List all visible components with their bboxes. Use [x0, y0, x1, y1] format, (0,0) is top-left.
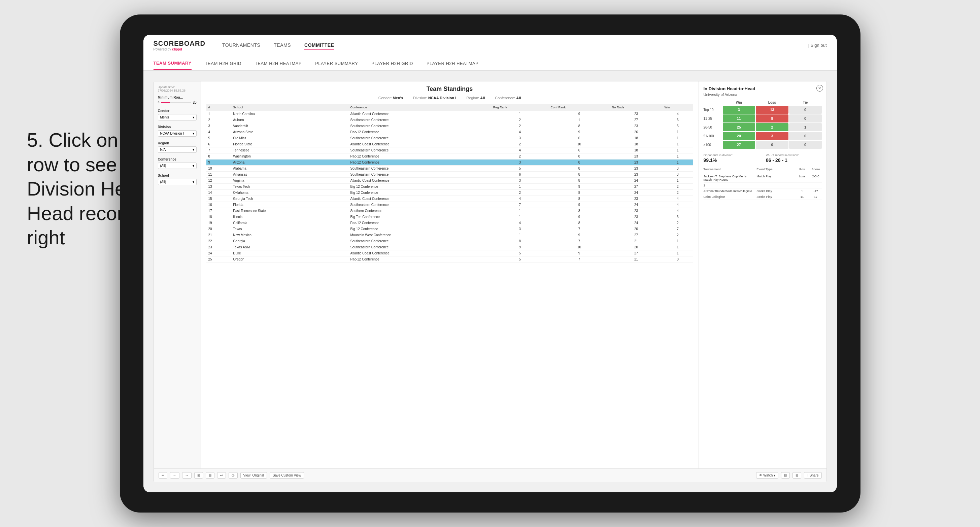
meta-division: Division: NCAA Division I	[413, 96, 456, 100]
toolbar-undo[interactable]: ↩	[159, 472, 167, 479]
cell-conference: Pac-12 Conference	[348, 256, 491, 262]
cell-school: Virginia	[231, 178, 348, 184]
nav-teams[interactable]: TEAMS	[274, 41, 291, 50]
cell-conf-rank: 8	[549, 196, 610, 202]
cell-school: Ole Miss	[231, 135, 348, 141]
subnav-player-h2h-heatmap[interactable]: PLAYER H2H HEATMAP	[426, 57, 478, 69]
cell-reg-rank: 9	[491, 244, 549, 250]
table-row[interactable]: 20 Texas Big 12 Conference 3 7 20 7	[206, 226, 693, 232]
table-row[interactable]: 17 East Tennessee State Southern Confere…	[206, 208, 693, 214]
h2h-close-button[interactable]: ✕	[816, 85, 823, 92]
subnav-player-summary[interactable]: PLAYER SUMMARY	[315, 57, 358, 69]
table-row[interactable]: 21 New Mexico Mountain West Conference 1…	[206, 232, 693, 238]
table-row[interactable]: 3 Vanderbilt Southeastern Conference 2 8…	[206, 123, 693, 129]
table-row[interactable]: 12 Virginia Atlantic Coast Conference 3 …	[206, 178, 693, 184]
filter-conference-control[interactable]: (All) ▾	[158, 162, 197, 169]
filter-division-control[interactable]: NCAA Division I ▾	[158, 130, 197, 137]
h2h-row-top10: Top 10 3 13 0	[703, 106, 822, 114]
toolbar-save-custom[interactable]: Save Custom View	[270, 472, 304, 479]
table-row[interactable]: 11 Arkansas Southeastern Conference 6 8 …	[206, 171, 693, 178]
cell-conference: Southern Conference	[348, 208, 491, 214]
subnav-team-summary[interactable]: TEAM SUMMARY	[154, 57, 192, 70]
table-row[interactable]: 22 Georgia Southeastern Conference 8 7 2…	[206, 238, 693, 244]
cell-school: New Mexico	[231, 232, 348, 238]
table-row[interactable]: 6 Florida State Atlantic Coast Conferenc…	[206, 141, 693, 148]
h2h-row-gt100: >100 27 0 0	[703, 141, 822, 149]
subnav-player-h2h-grid[interactable]: PLAYER H2H GRID	[371, 57, 413, 69]
cell-rnds: 18	[610, 135, 662, 141]
toolbar-share[interactable]: ↑ Share	[804, 472, 821, 479]
table-row[interactable]: 5 Ole Miss Southeastern Conference 3 6 1…	[206, 135, 693, 141]
h2h-title: In Division Head-to-Head	[703, 86, 822, 91]
toolbar-refresh[interactable]: ↩	[217, 472, 226, 479]
sign-out[interactable]: | Sign out	[808, 43, 827, 48]
toolbar-time[interactable]: ◷	[229, 472, 238, 479]
h2h-win-top10: 3	[723, 106, 756, 114]
cell-num: 17	[206, 208, 231, 214]
table-row[interactable]: 9 Arizona Pac-12 Conference 3 8 23 1	[206, 160, 693, 165]
table-row[interactable]: 19 California Pac-12 Conference 4 8 24 2	[206, 220, 693, 226]
col-school: School	[231, 104, 348, 111]
cell-conf-rank: 9	[549, 129, 610, 135]
cell-conference: Atlantic Coast Conference	[348, 196, 491, 202]
t-name-2: Arizona Thunderbirds Intercollegiate	[703, 189, 754, 193]
toolbar-table[interactable]: ⊞	[792, 472, 801, 479]
tournament-row-1[interactable]: Jackson T. Stephens Cup Men's Match-Play…	[703, 174, 822, 183]
table-row[interactable]: 7 Tennessee Southeastern Conference 4 6 …	[206, 148, 693, 154]
table-row[interactable]: 25 Oregon Pac-12 Conference 5 7 21 0	[206, 256, 693, 262]
toolbar-view-original[interactable]: View: Original	[240, 472, 267, 479]
cell-reg-rank: 2	[491, 117, 549, 123]
nav-committee[interactable]: COMMITTEE	[304, 41, 334, 50]
cell-conference: Southeastern Conference	[348, 165, 491, 171]
toolbar-forward[interactable]: →	[182, 472, 192, 479]
nav-tournaments[interactable]: TOURNAMENTS	[222, 41, 260, 50]
cell-conf-rank: 8	[549, 160, 610, 165]
h2h-range-gt100: >100	[703, 143, 722, 147]
cell-conference: Big 12 Conference	[348, 226, 491, 232]
table-row[interactable]: 23 Texas A&M Southeastern Conference 9 1…	[206, 244, 693, 250]
cell-school: Oregon	[231, 256, 348, 262]
toolbar-grid[interactable]: ⊡	[781, 472, 790, 479]
h2h-columns: Win Loss Tie	[703, 101, 822, 104]
table-row[interactable]: 16 Florida Southeastern Conference 7 9 2…	[206, 202, 693, 208]
cell-school: California	[231, 220, 348, 226]
h2h-win-1125: 11	[723, 114, 756, 122]
toolbar-watch[interactable]: 👁 Watch ▾	[756, 472, 779, 479]
filter-school-control[interactable]: (All) ▾	[158, 179, 197, 185]
cell-conference: Southeastern Conference	[348, 135, 491, 141]
table-row[interactable]: 1 North Carolina Atlantic Coast Conferen…	[206, 111, 693, 117]
cell-school: Florida	[231, 202, 348, 208]
filter-region: Region N/A ▾	[158, 141, 197, 153]
table-row[interactable]: 13 Texas Tech Big 12 Conference 1 9 27 2	[206, 184, 693, 190]
cell-rnds: 18	[610, 141, 662, 148]
slider-track[interactable]	[161, 102, 191, 103]
h2h-tie-gt100: 0	[789, 141, 822, 149]
cell-school: Alabama	[231, 165, 348, 171]
table-row[interactable]: 4 Arizona State Pac-12 Conference 4 9 26…	[206, 129, 693, 135]
tournament-row-2[interactable]: Arizona Thunderbirds Intercollegiate Str…	[703, 189, 822, 194]
cell-conference: Southeastern Conference	[348, 117, 491, 123]
table-row[interactable]: 14 Oklahoma Big 12 Conference 2 8 24 2	[206, 190, 693, 196]
h2h-stat-opponents: Opponents in division: 99.1%	[703, 154, 759, 163]
cell-reg-rank: 4	[491, 148, 549, 154]
subnav-team-h2h-grid[interactable]: TEAM H2H GRID	[205, 57, 241, 69]
cell-conference: Southeastern Conference	[348, 171, 491, 178]
table-row[interactable]: 15 Georgia Tech Atlantic Coast Conferenc…	[206, 196, 693, 202]
table-row[interactable]: 10 Alabama Southeastern Conference 5 8 2…	[206, 165, 693, 171]
cell-rnds: 24	[610, 220, 662, 226]
toolbar-back[interactable]: ←	[170, 472, 180, 479]
subnav-team-h2h-heatmap[interactable]: TEAM H2H HEATMAP	[255, 57, 302, 69]
filter-gender-control[interactable]: Men's ▾	[158, 114, 197, 121]
meta-region: Region: All	[466, 96, 485, 100]
toolbar-remove[interactable]: ⊟	[206, 472, 215, 479]
filter-region-control[interactable]: N/A ▾	[158, 146, 197, 153]
cell-conf-rank: 8	[549, 165, 610, 171]
table-row[interactable]: 18 Illinois Big Ten Conference 1 9 23 3	[206, 214, 693, 220]
table-row[interactable]: 2 Auburn Southeastern Conference 2 1 27 …	[206, 117, 693, 123]
toolbar-add[interactable]: ⊞	[194, 472, 203, 479]
table-row[interactable]: 8 Washington Pac-12 Conference 2 8 23 1	[206, 154, 693, 160]
col-conf-rank: Conf Rank	[549, 104, 610, 111]
tournament-row-1b[interactable]: 1	[703, 183, 822, 189]
tournament-row-3[interactable]: Cabo Collegiate Stroke Play 11 17	[703, 194, 822, 200]
table-row[interactable]: 24 Duke Atlantic Coast Conference 5 9 27…	[206, 250, 693, 256]
